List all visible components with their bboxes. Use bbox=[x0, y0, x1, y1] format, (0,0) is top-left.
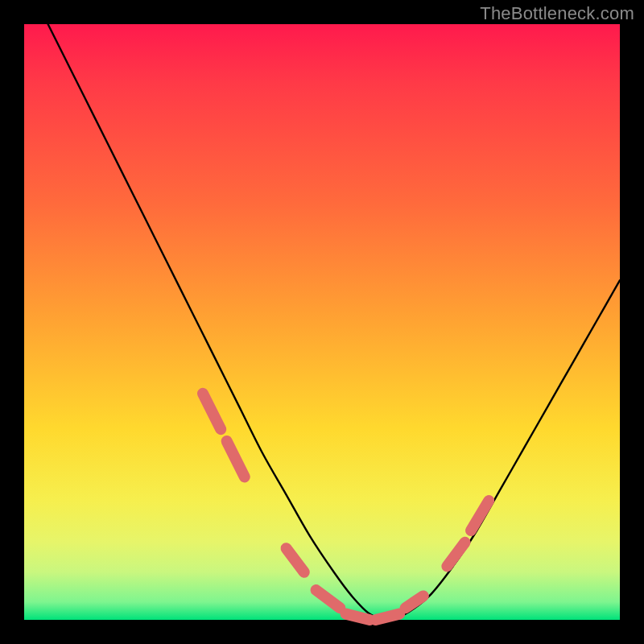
highlight-dash bbox=[471, 501, 489, 530]
highlight-dash bbox=[447, 543, 464, 567]
plot-area bbox=[24, 24, 620, 620]
highlight-dash bbox=[406, 596, 423, 608]
highlight-dash bbox=[203, 394, 221, 429]
highlight-dash bbox=[346, 614, 370, 620]
highlight-dash bbox=[316, 590, 341, 608]
chart-frame: TheBottleneck.com bbox=[0, 0, 644, 644]
highlight-segments bbox=[203, 394, 489, 620]
highlight-dash bbox=[287, 548, 304, 572]
bottleneck-curve bbox=[48, 24, 620, 620]
highlight-dash bbox=[376, 614, 400, 620]
watermark-text: TheBottleneck.com bbox=[480, 3, 634, 24]
highlight-dash bbox=[227, 441, 245, 477]
curve-layer bbox=[24, 24, 620, 620]
